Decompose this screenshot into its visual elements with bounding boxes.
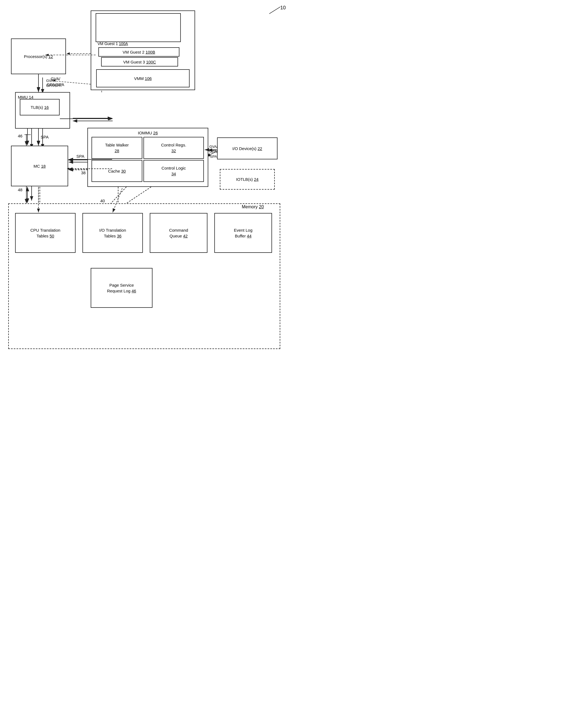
vm-guest2-label: VM Guest 2 100B bbox=[123, 49, 155, 55]
io-device-box: I/O Device(s) 22 bbox=[217, 138, 277, 159]
ref-number-10: 10 bbox=[280, 5, 286, 11]
vm-guest1-container bbox=[95, 13, 181, 42]
io-trans-label: I/O TranslationTables 36 bbox=[99, 227, 126, 239]
vm-guest3-label: VM Guest 3 100C bbox=[123, 59, 156, 65]
gva-label: GVA/GPA/SPA bbox=[46, 78, 61, 88]
control-logic-label: Control Logic34 bbox=[162, 165, 186, 177]
diagram: 10 bbox=[0, 0, 294, 353]
svg-line-3 bbox=[269, 7, 280, 14]
mc-box: MC 18 bbox=[11, 146, 68, 186]
spa-label2: SPA bbox=[76, 153, 84, 159]
page-service-label: Page ServiceRequest Log 46 bbox=[107, 282, 136, 294]
page-service-box: Page ServiceRequest Log 46 bbox=[91, 268, 153, 308]
ref48-label: 48 bbox=[18, 187, 23, 193]
cache-box: Cache 30 bbox=[91, 160, 142, 182]
event-log-label: Event LogBuffer 44 bbox=[234, 227, 252, 239]
event-log-box: Event LogBuffer 44 bbox=[214, 213, 272, 253]
vmm-box: VMM 106 bbox=[96, 69, 190, 87]
vm-guest2-box: VM Guest 2 100B bbox=[99, 47, 180, 56]
table-walker-label: Table Walker28 bbox=[105, 142, 128, 154]
gva-gpa-spa-label2: GVA/GPA/SPA bbox=[209, 144, 218, 159]
cpu-trans-box: CPU TranslationTables 50 bbox=[15, 213, 76, 253]
cmd-queue-label: CommandQueue 42 bbox=[169, 227, 188, 239]
table-walker-box: Table Walker28 bbox=[91, 137, 142, 159]
vmm-label: VMM 106 bbox=[134, 76, 152, 81]
io-trans-box: I/O TranslationTables 36 bbox=[82, 213, 143, 253]
tlb-box: TLB(s) 16 bbox=[20, 99, 60, 115]
mc-label: MC 18 bbox=[34, 163, 46, 169]
cpu-trans-label: CPU TranslationTables 50 bbox=[30, 227, 60, 239]
iotlb-label: IOTLB(s) 24 bbox=[236, 176, 259, 182]
ref40-label: 40 bbox=[100, 198, 105, 204]
tlb-label: TLB(s) 16 bbox=[31, 105, 49, 110]
control-logic-box: Control Logic34 bbox=[144, 160, 204, 182]
vm-guest1-label: VM Guest 1 100A bbox=[97, 41, 128, 47]
memory-label: Memory 20 bbox=[242, 204, 264, 210]
spa-label1: SPA bbox=[41, 134, 49, 140]
io-device-label: I/O Device(s) 22 bbox=[232, 146, 262, 151]
cmd-queue-box: CommandQueue 42 bbox=[150, 213, 207, 253]
ref46-label: 46 bbox=[18, 133, 23, 139]
vm-guest3-box: VM Guest 3 100C bbox=[101, 57, 178, 67]
control-regs-box: Control Regs.32 bbox=[144, 137, 204, 159]
ref38-label: 38 bbox=[81, 170, 86, 175]
processor-box: Processor(s) 12 bbox=[11, 38, 66, 74]
iotlb-box: IOTLB(s) 24 bbox=[220, 169, 275, 190]
iommu-label: IOMMU 26 bbox=[138, 130, 158, 136]
cache-label: Cache 30 bbox=[108, 168, 126, 174]
processor-label: Processor(s) 12 bbox=[24, 53, 53, 60]
control-regs-label: Control Regs.32 bbox=[161, 142, 186, 154]
